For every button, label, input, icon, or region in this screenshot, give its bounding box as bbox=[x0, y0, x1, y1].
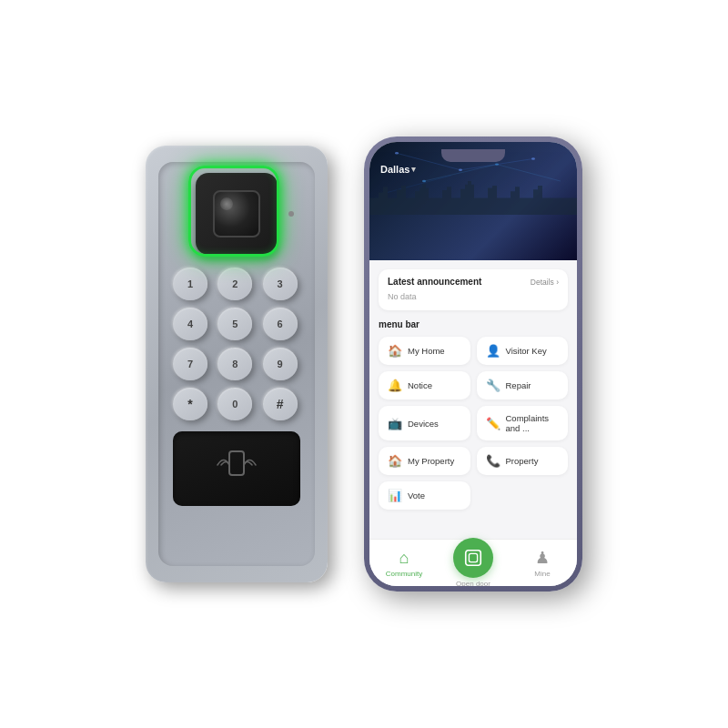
menu-grid: 🏠 My Home 👤 Visitor Key 🔔 Notice 🔧 Repai… bbox=[379, 337, 568, 510]
device-inner: 123456789*0# bbox=[158, 162, 315, 566]
my-property-icon: 🏠 bbox=[388, 454, 402, 468]
app-content: Latest announcement Details › No data me… bbox=[369, 260, 577, 539]
visitor-key-icon: 👤 bbox=[486, 344, 500, 358]
announcement-nodata: No data bbox=[388, 290, 559, 303]
svg-line-4 bbox=[497, 165, 561, 181]
scanner-dot bbox=[288, 211, 294, 217]
menu-item-my-home[interactable]: 🏠 My Home bbox=[379, 337, 470, 365]
svg-line-3 bbox=[424, 165, 497, 181]
nav-item-community[interactable]: ⌂ Community bbox=[369, 549, 439, 578]
announcement-section: Latest announcement Details › No data bbox=[379, 269, 568, 310]
location-label: Dallas bbox=[380, 164, 410, 175]
mine-nav-label: Mine bbox=[534, 570, 550, 578]
open-door-button[interactable] bbox=[453, 538, 493, 578]
fingerprint-scanner[interactable] bbox=[196, 173, 278, 255]
menu-item-notice[interactable]: 🔔 Notice bbox=[379, 371, 470, 399]
menu-item-devices[interactable]: 📺 Devices bbox=[379, 406, 470, 440]
svg-point-7 bbox=[459, 169, 462, 171]
key-6[interactable]: 6 bbox=[263, 308, 298, 340]
phone-screen: Dallas ▾ Latest announcement Details › N… bbox=[369, 142, 577, 586]
notice-icon: 🔔 bbox=[388, 379, 402, 392]
property-label: Property bbox=[506, 456, 539, 466]
smartphone: Dallas ▾ Latest announcement Details › N… bbox=[364, 136, 582, 592]
open-door-nav-label: Open door bbox=[456, 580, 490, 586]
menu-item-visitor-key[interactable]: 👤 Visitor Key bbox=[477, 337, 569, 365]
key-1[interactable]: 1 bbox=[173, 268, 207, 300]
devices-icon: 📺 bbox=[388, 417, 402, 430]
menu-item-vote[interactable]: 📊 Vote bbox=[379, 481, 470, 510]
vote-icon: 📊 bbox=[388, 489, 402, 502]
svg-rect-0 bbox=[229, 451, 244, 475]
key-9[interactable]: 9 bbox=[263, 348, 298, 380]
complaints-label: Complaints and ... bbox=[506, 413, 560, 433]
key-4[interactable]: 4 bbox=[173, 308, 207, 340]
my-home-label: My Home bbox=[408, 346, 445, 356]
property-icon: 📞 bbox=[486, 454, 500, 468]
devices-label: Devices bbox=[408, 419, 439, 429]
menu-item-my-property[interactable]: 🏠 My Property bbox=[379, 447, 470, 475]
access-control-device: 123456789*0# bbox=[146, 146, 328, 582]
my-home-icon: 🏠 bbox=[388, 344, 402, 358]
community-nav-label: Community bbox=[386, 570, 422, 578]
svg-point-9 bbox=[422, 180, 426, 182]
mine-nav-icon: ♟ bbox=[535, 548, 550, 568]
key-8[interactable]: 8 bbox=[217, 348, 252, 380]
keypad: 123456789*0# bbox=[173, 268, 300, 420]
key-2[interactable]: 2 bbox=[217, 268, 252, 300]
announcement-details-link[interactable]: Details › bbox=[531, 278, 559, 287]
bottom-nav: ⌂ Community Open door ♟ Mine bbox=[369, 539, 577, 586]
nav-item-mine[interactable]: ♟ Mine bbox=[508, 548, 577, 578]
key-#[interactable]: # bbox=[263, 388, 298, 420]
location-header[interactable]: Dallas ▾ bbox=[380, 164, 416, 175]
key-3[interactable]: 3 bbox=[263, 268, 298, 300]
svg-point-10 bbox=[495, 163, 499, 165]
scene: 123456789*0# bbox=[0, 0, 728, 728]
key-5[interactable]: 5 bbox=[217, 308, 252, 340]
complaints-icon: ✏️ bbox=[486, 417, 500, 430]
repair-icon: 🔧 bbox=[486, 379, 500, 392]
menu-bar-label: menu bar bbox=[379, 319, 568, 329]
rfid-icon bbox=[214, 442, 259, 495]
key-0[interactable]: 0 bbox=[217, 388, 252, 420]
phone-notch bbox=[441, 149, 505, 162]
vote-label: Vote bbox=[408, 490, 425, 500]
svg-point-6 bbox=[395, 152, 399, 154]
community-nav-icon: ⌂ bbox=[399, 549, 410, 568]
menu-item-property[interactable]: 📞 Property bbox=[477, 447, 569, 475]
announcement-header: Latest announcement Details › bbox=[388, 277, 559, 287]
nav-item-open-door[interactable]: Open door bbox=[439, 538, 508, 586]
visitor-key-label: Visitor Key bbox=[506, 346, 547, 356]
menu-item-repair[interactable]: 🔧 Repair bbox=[477, 371, 569, 399]
scanner-lens bbox=[213, 190, 260, 238]
menu-item-complaints[interactable]: ✏️ Complaints and ... bbox=[477, 406, 569, 440]
notice-label: Notice bbox=[408, 380, 432, 390]
my-property-label: My Property bbox=[408, 456, 454, 466]
key-7[interactable]: 7 bbox=[173, 348, 207, 380]
key-*[interactable]: * bbox=[173, 388, 207, 420]
repair-label: Repair bbox=[506, 380, 531, 390]
card-reader[interactable] bbox=[173, 431, 300, 506]
svg-rect-12 bbox=[469, 553, 477, 561]
location-chevron: ▾ bbox=[411, 165, 416, 174]
svg-point-8 bbox=[531, 157, 535, 159]
svg-rect-11 bbox=[466, 551, 481, 566]
announcement-title: Latest announcement bbox=[388, 277, 481, 287]
